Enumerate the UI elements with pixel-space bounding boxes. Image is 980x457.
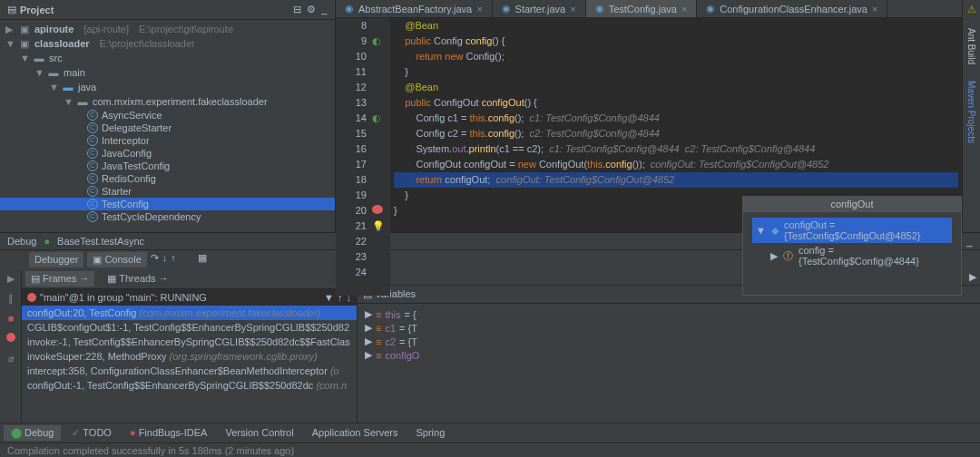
collapse-icon[interactable]: ⊟ [293, 4, 301, 15]
class-DelegateStarter[interactable]: CDelegateStarter [0, 122, 335, 134]
status-tab-todo[interactable]: ✓ TODO [64, 425, 118, 441]
project-panel-title: Project [20, 5, 54, 15]
popup-var-row[interactable]: ▶ⓕconfig = {TestConfig$Config@4844} [752, 243, 952, 268]
warnings-icon[interactable]: ⚠ [967, 4, 976, 15]
stack-frame[interactable]: configOut:20, TestConfig (com.mxixm.expe… [22, 306, 357, 320]
status-message: Compilation completed successfully in 5s… [0, 443, 980, 457]
stack-frame[interactable]: CGLIB$configOut$1:-1, TestConfig$$Enhanc… [22, 320, 357, 335]
variable-row[interactable]: ▶≡configO [361, 348, 976, 362]
stack-frame[interactable]: invokeSuper:228, MethodProxy (org.spring… [22, 349, 357, 364]
project-icon: ▤ [7, 4, 16, 15]
variable-row[interactable]: ▶≡this = { [361, 307, 976, 321]
class-icon: C [87, 122, 98, 133]
debug-value-popup[interactable]: configOut ▼◆configOut = {TestConfig$Conf… [742, 196, 962, 296]
frames-tab[interactable]: ▤ Frames → [25, 271, 94, 287]
debug-label: Debug [7, 236, 36, 247]
class-JavaConfig[interactable]: CJavaConfig [0, 147, 335, 160]
breakpoints-icon [4, 333, 18, 347]
editor-tabs: ◉AbstractBeanFactory.java×◉Starter.java×… [336, 0, 962, 18]
stack-frame[interactable]: configOut:-1, TestConfig$$EnhancerBySpri… [22, 378, 357, 393]
editor-tab[interactable]: ◉ConfigurationClassEnhancer.java× [697, 0, 887, 17]
status-tab-version-control[interactable]: Version Control [218, 425, 300, 441]
class-icon: C [87, 186, 98, 197]
class-AsyncService[interactable]: CAsyncService [0, 109, 335, 122]
more-icon[interactable]: ▦ [198, 252, 207, 267]
status-tab-spring[interactable]: Spring [408, 425, 452, 441]
status-tab-debug[interactable]: ⬤ Debug [4, 425, 61, 441]
class-icon: C [87, 135, 98, 146]
stack-frame[interactable]: invoke:-1, TestConfig$$EnhancerBySpringC… [22, 335, 357, 349]
class-TestConfig[interactable]: CTestConfig [0, 198, 335, 210]
stop-icon: ■ [4, 313, 18, 327]
project-tool-window: ▤ Project ⊟ ⚙ ⎯ ▶▣apiroute [api-route] E… [0, 0, 336, 232]
popup-var-row[interactable]: ▼◆configOut = {TestConfig$ConfigOut@4852… [752, 218, 952, 243]
java-file-icon: ◉ [595, 3, 604, 15]
class-RedisConfig[interactable]: CRedisConfig [0, 172, 335, 185]
line-gutter: 89101112131415161718192021222324 [336, 18, 372, 296]
project-panel-header: ▤ Project ⊟ ⚙ ⎯ [0, 0, 335, 20]
step-out-icon[interactable]: ↑ [171, 252, 176, 267]
close-icon[interactable]: × [570, 4, 575, 15]
debug-config-name: BaseTest.testAsync [57, 236, 144, 247]
hide-icon[interactable]: ⎯ [321, 4, 328, 15]
frames-panel: ▤ Frames → ▦ Threads → "main"@1 in group… [22, 269, 358, 423]
pause-icon: ∥ [4, 293, 18, 307]
debug-side-toolbar[interactable]: ▶ ∥ ■ ⌀ [0, 269, 22, 423]
editor[interactable]: 89101112131415161718192021222324 ◐ ◐ 💡 @… [336, 18, 962, 296]
java-file-icon: ◉ [706, 3, 715, 15]
variable-row[interactable]: ▶≡c2 = {T [361, 335, 976, 348]
class-Starter[interactable]: CStarter [0, 185, 335, 198]
gutter-icons: ◐ ◐ 💡 [372, 18, 390, 296]
class-icon: C [87, 148, 98, 159]
debugger-tab[interactable]: Debugger [29, 252, 83, 267]
class-JavaTestConfig[interactable]: CJavaTestConfig [0, 160, 335, 172]
console-tab[interactable]: ▣ Console [87, 252, 146, 267]
stack-frame[interactable]: intercept:358, ConfigurationClassEnhance… [22, 364, 357, 378]
status-tab-findbugs-idea[interactable]: ● FindBugs-IDEA [122, 425, 215, 441]
class-TestCycleDependency[interactable]: CTestCycleDependency [0, 210, 335, 223]
gear-icon[interactable]: ⚙ [307, 4, 316, 15]
hide-icon[interactable]: ⎯ [966, 236, 973, 247]
arrow-right-icon[interactable]: ▶ [969, 271, 976, 283]
threads-tab[interactable]: ▦ Threads → [102, 271, 173, 287]
run-icon: ● [44, 236, 50, 247]
maven-tab[interactable]: Maven Projects [965, 77, 978, 147]
variable-row[interactable]: ▶≡c1 = {T [361, 321, 976, 335]
right-toolbar[interactable]: ⚠ Ant Build Maven Projects [962, 0, 980, 232]
class-icon: C [87, 110, 98, 121]
editor-area: ◉AbstractBeanFactory.java×◉Starter.java×… [336, 0, 962, 232]
step-over-icon[interactable]: ↷ [151, 252, 159, 267]
status-bar: ⬤ Debug✓ TODO● FindBugs-IDEAVersion Cont… [0, 423, 980, 457]
project-tree[interactable]: ▶▣apiroute [api-route] E:\project\git\ap… [0, 20, 335, 225]
resume-icon: ▶ [4, 273, 18, 287]
class-icon: C [87, 160, 98, 171]
editor-tab[interactable]: ◉TestConfig.java× [586, 0, 698, 17]
status-tab-application-servers[interactable]: Application Servers [305, 425, 406, 441]
class-Interceptor[interactable]: CInterceptor [0, 134, 335, 147]
java-file-icon: ◉ [345, 3, 354, 15]
close-icon[interactable]: × [476, 4, 482, 15]
popup-title: configOut [743, 196, 961, 212]
class-icon: C [87, 173, 98, 184]
class-icon: C [87, 211, 98, 222]
ant-build-tab[interactable]: Ant Build [965, 24, 978, 68]
thread-selector[interactable]: "main"@1 in group "main": RUNNING ▼ ↑↓ [22, 289, 357, 306]
mute-bp-icon: ⌀ [4, 353, 18, 367]
editor-tab[interactable]: ◉Starter.java× [493, 0, 586, 17]
class-icon: C [87, 199, 98, 209]
close-icon[interactable]: × [681, 4, 687, 15]
java-file-icon: ◉ [502, 3, 511, 15]
breakpoint-icon [27, 293, 36, 302]
step-into-icon[interactable]: ↓ [162, 252, 168, 267]
editor-tab[interactable]: ◉AbstractBeanFactory.java× [336, 0, 493, 17]
close-icon[interactable]: × [872, 4, 877, 15]
